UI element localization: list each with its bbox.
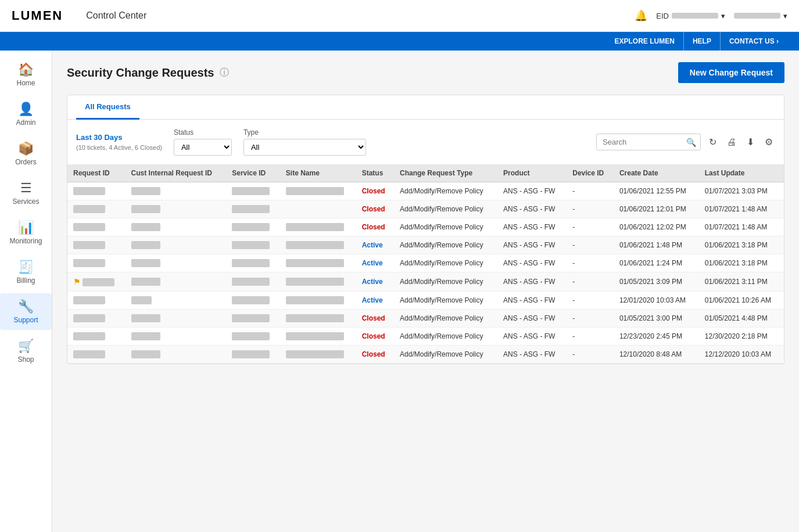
cell-create-date: 12/10/2020 8:48 AM xyxy=(614,346,699,364)
cell-request-id[interactable] xyxy=(67,182,126,200)
cell-change-type: Add/Modify/Remove Policy xyxy=(394,292,497,310)
contact-us-nav[interactable]: CONTACT US › xyxy=(721,32,787,51)
cell-request-id[interactable] xyxy=(67,310,126,328)
table-row: Closed Add/Modify/Remove Policy ANS - AS… xyxy=(67,200,784,218)
cell-service-id xyxy=(226,292,280,310)
eid-value xyxy=(672,13,718,19)
col-request-id: Request ID xyxy=(67,164,126,182)
print-button[interactable]: 🖨 xyxy=(725,135,739,150)
cell-status: Closed xyxy=(356,218,394,236)
cell-create-date: 01/06/2021 1:48 PM xyxy=(614,236,699,254)
cell-request-id[interactable] xyxy=(67,328,126,346)
table-row: Active Add/Modify/Remove Policy ANS - AS… xyxy=(67,292,784,310)
cell-request-id[interactable] xyxy=(67,218,126,236)
search-icon[interactable]: 🔍 xyxy=(686,138,696,147)
cell-cust-internal xyxy=(126,272,227,292)
cell-site-name xyxy=(280,182,356,200)
cell-product: ANS - ASG - FW xyxy=(497,182,567,200)
cell-device-id: - xyxy=(567,218,614,236)
cell-last-update: 01/05/2021 4:48 PM xyxy=(699,310,784,328)
cell-create-date: 01/06/2021 1:24 PM xyxy=(614,254,699,272)
tab-all-requests[interactable]: All Requests xyxy=(76,95,139,120)
cell-status: Active xyxy=(356,254,394,272)
col-service-id: Service ID xyxy=(226,164,280,182)
table-row: Active Add/Modify/Remove Policy ANS - AS… xyxy=(67,254,784,272)
table-row: Closed Add/Modify/Remove Policy ANS - AS… xyxy=(67,310,784,328)
cell-product: ANS - ASG - FW xyxy=(497,272,567,292)
type-filter-select[interactable]: All Add/Modify/Remove Policy xyxy=(243,139,366,156)
cell-request-id[interactable] xyxy=(67,254,126,272)
user-chevron-icon: ▾ xyxy=(783,12,787,20)
cell-site-name xyxy=(280,236,356,254)
cell-change-type: Add/Modify/Remove Policy xyxy=(394,310,497,328)
sidebar-item-admin[interactable]: 👤 Admin xyxy=(0,96,52,132)
status-filter-select[interactable]: All Active Closed xyxy=(174,139,232,156)
refresh-button[interactable]: ↻ xyxy=(707,134,719,150)
new-change-request-button[interactable]: New Change Request xyxy=(678,62,784,83)
sidebar-label-orders: Orders xyxy=(15,158,37,166)
sidebar-label-shop: Shop xyxy=(17,355,34,364)
col-last-update: Last Update xyxy=(699,164,784,182)
col-device-id: Device ID xyxy=(567,164,614,182)
cell-request-id[interactable] xyxy=(67,292,126,310)
table-row: ⚑ Active Add/Modify/Remove Policy ANS - … xyxy=(67,272,784,292)
main-layout: 🏠 Home 👤 Admin 📦 Orders ☰ Services 📊 Mon… xyxy=(0,51,799,532)
cell-service-id xyxy=(226,272,280,292)
cell-site-name xyxy=(280,254,356,272)
help-nav[interactable]: HELP xyxy=(684,32,721,51)
cell-last-update: 01/06/2021 10:26 AM xyxy=(699,292,784,310)
cell-service-id xyxy=(226,200,280,218)
cell-change-type: Add/Modify/Remove Policy xyxy=(394,200,497,218)
status-filter-label: Status xyxy=(174,128,232,136)
table-row: Closed Add/Modify/Remove Policy ANS - AS… xyxy=(67,328,784,346)
app-title: Control Center xyxy=(86,10,146,21)
col-status: Status xyxy=(356,164,394,182)
cell-change-type: Add/Modify/Remove Policy xyxy=(394,254,497,272)
cell-site-name xyxy=(280,200,356,218)
services-icon: ☰ xyxy=(20,181,32,196)
table-header-row: Request ID Cust Internal Request ID Serv… xyxy=(67,164,784,182)
notification-bell-icon[interactable]: 🔔 xyxy=(635,9,647,22)
cell-request-id[interactable] xyxy=(67,200,126,218)
sidebar-label-admin: Admin xyxy=(16,118,35,127)
orders-icon: 📦 xyxy=(18,141,34,156)
cell-request-id[interactable]: ⚑ xyxy=(67,272,126,292)
cell-service-id xyxy=(226,346,280,364)
page-title: Security Change Requests xyxy=(67,66,214,80)
cell-status: Active xyxy=(356,292,394,310)
tabs-container: All Requests Last 30 Days (10 tickets, 4… xyxy=(67,95,784,364)
cell-product: ANS - ASG - FW xyxy=(497,218,567,236)
sidebar-item-billing[interactable]: 🧾 Billing xyxy=(0,254,52,290)
cell-service-id xyxy=(226,236,280,254)
settings-button[interactable]: ⚙ xyxy=(762,134,775,150)
user-dropdown[interactable]: ▾ xyxy=(734,12,787,20)
cell-cust-internal xyxy=(126,218,227,236)
filters-row: Last 30 Days (10 tickets, 4 Active, 6 Cl… xyxy=(67,120,784,164)
sidebar-item-shop[interactable]: 🛒 Shop xyxy=(0,333,52,369)
eid-dropdown[interactable]: EID ▾ xyxy=(656,12,725,20)
search-input[interactable] xyxy=(596,134,701,150)
cell-request-id[interactable] xyxy=(67,236,126,254)
date-filter-link[interactable]: Last 30 Days xyxy=(76,133,162,142)
download-button[interactable]: ⬇ xyxy=(744,134,757,150)
sidebar-item-home[interactable]: 🏠 Home xyxy=(0,56,52,93)
monitoring-icon: 📊 xyxy=(18,220,34,235)
page-header: Security Change Requests ⓘ New Change Re… xyxy=(67,62,784,83)
cell-create-date: 12/01/2020 10:03 AM xyxy=(614,292,699,310)
cell-create-date: 12/23/2020 2:45 PM xyxy=(614,328,699,346)
cell-device-id: - xyxy=(567,254,614,272)
shop-icon: 🛒 xyxy=(18,339,34,354)
cell-request-id[interactable] xyxy=(67,346,126,364)
sidebar-item-services[interactable]: ☰ Services xyxy=(0,175,52,211)
cell-cust-internal xyxy=(126,182,227,200)
cell-product: ANS - ASG - FW xyxy=(497,236,567,254)
sidebar-item-orders[interactable]: 📦 Orders xyxy=(0,135,52,172)
sidebar-item-monitoring[interactable]: 📊 Monitoring xyxy=(0,214,52,251)
explore-lumen-nav[interactable]: EXPLORE LUMEN xyxy=(606,32,684,51)
cell-device-id: - xyxy=(567,272,614,292)
cell-site-name xyxy=(280,272,356,292)
requests-table: Request ID Cust Internal Request ID Serv… xyxy=(67,164,784,364)
help-circle-icon[interactable]: ⓘ xyxy=(220,67,229,79)
cell-service-id xyxy=(226,254,280,272)
sidebar-item-support[interactable]: 🔧 Support xyxy=(0,293,52,330)
